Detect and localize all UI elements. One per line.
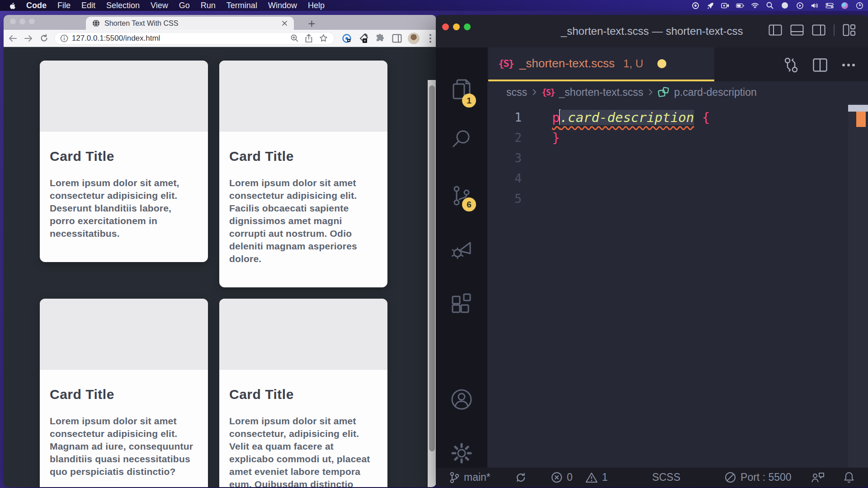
- back-icon[interactable]: [6, 32, 19, 45]
- minimize-window-button[interactable]: [453, 23, 460, 30]
- screen-record-icon[interactable]: [721, 1, 729, 9]
- page-scrollbar-thumb[interactable]: [429, 85, 435, 451]
- browser-tab-strip: Shorten Text With CSS: [4, 15, 436, 30]
- menu-help[interactable]: Help: [302, 1, 330, 10]
- line-number: 2: [487, 131, 522, 145]
- url-text[interactable]: 127.0.0.1:5500/index.html: [72, 34, 285, 43]
- site-info-icon[interactable]: [60, 34, 68, 42]
- sidebar-item-run-debug[interactable]: [436, 227, 487, 271]
- git-branch-icon: [449, 472, 459, 483]
- bookmark-star-icon[interactable]: [318, 33, 329, 44]
- rocket-icon[interactable]: [706, 1, 714, 9]
- close-window-button[interactable]: [10, 19, 16, 24]
- minimize-window-button[interactable]: [19, 19, 25, 24]
- card-1-image-placeholder: [40, 61, 208, 131]
- open-changes-icon[interactable]: [784, 57, 798, 73]
- extensions-puzzle-icon[interactable]: [374, 33, 386, 44]
- feedback-icon[interactable]: [811, 472, 825, 483]
- chrome-menu-icon[interactable]: [425, 33, 436, 44]
- side-panel-icon[interactable]: [391, 33, 403, 44]
- tab-filename: _shorten-text.scss: [519, 56, 615, 70]
- focus-mode-icon[interactable]: [781, 1, 789, 9]
- account-icon[interactable]: [436, 378, 487, 421]
- profile-avatar[interactable]: [408, 33, 420, 44]
- menu-view[interactable]: View: [145, 1, 174, 10]
- apple-logo-icon[interactable]: [9, 1, 16, 9]
- menu-run[interactable]: Run: [195, 1, 221, 10]
- toggle-primary-sidebar-icon[interactable]: [769, 24, 782, 36]
- battery-icon[interactable]: [736, 1, 744, 9]
- warnings-count[interactable]: 1: [602, 471, 608, 483]
- breadcrumb-folder[interactable]: scss: [506, 86, 527, 99]
- code-line-3[interactable]: 3: [487, 148, 868, 168]
- tab-close-icon[interactable]: [282, 20, 288, 26]
- color-picker-icon[interactable]: [358, 33, 369, 44]
- share-icon[interactable]: [303, 33, 314, 44]
- address-bar[interactable]: 127.0.0.1:5500/index.html: [54, 32, 335, 45]
- code-line-5[interactable]: 5: [487, 188, 868, 209]
- wifi-icon[interactable]: [751, 1, 759, 9]
- sidebar-item-extensions[interactable]: [436, 282, 487, 325]
- vscode-window-controls[interactable]: [442, 23, 471, 30]
- reload-icon[interactable]: [38, 32, 51, 45]
- editor-tab-active[interactable]: {S} _shorten-text.scss 1, U: [488, 47, 714, 81]
- close-window-button[interactable]: [442, 23, 449, 30]
- editor-scrollbar-slider[interactable]: [848, 105, 868, 112]
- forward-icon[interactable]: [22, 32, 35, 45]
- split-editor-icon[interactable]: [813, 58, 827, 72]
- clock-icon[interactable]: [855, 1, 863, 9]
- card-2-description: Lorem ipsum dolor sit amet consectetur a…: [229, 177, 373, 265]
- notifications-bell-icon[interactable]: [844, 471, 854, 483]
- symbol-class-icon: [658, 87, 670, 98]
- play-circle-icon[interactable]: [796, 1, 804, 9]
- breadcrumb-file[interactable]: _shorten-text.scss: [559, 86, 643, 99]
- warnings-icon[interactable]: [585, 472, 598, 483]
- card-3-description: Lorem ipsum dolor sit amet consectetur a…: [50, 415, 193, 478]
- live-server-port[interactable]: Port : 5500: [741, 471, 792, 483]
- code-line-2[interactable]: 2 }: [487, 127, 868, 148]
- zoom-window-button[interactable]: [464, 23, 471, 30]
- browser-window-controls[interactable]: [10, 19, 35, 24]
- more-actions-icon[interactable]: [842, 63, 855, 67]
- editor-overview-ruler[interactable]: [848, 103, 868, 468]
- record-icon[interactable]: [691, 1, 699, 9]
- errors-icon[interactable]: [551, 472, 562, 483]
- breadcrumb-symbol[interactable]: p.card-description: [674, 86, 757, 99]
- card-1-description: Lorem ipsum dolor sit amet, consectetur …: [50, 177, 193, 240]
- sidebar-item-source-control[interactable]: 6: [436, 174, 487, 217]
- spotlight-search-icon[interactable]: [766, 1, 774, 9]
- code-editor[interactable]: 1 p.card-description { 2 } 3 4 5: [487, 103, 868, 468]
- page-scrollbar[interactable]: [428, 80, 436, 487]
- toggle-panel-icon[interactable]: [790, 24, 804, 36]
- password-manager-icon[interactable]: [341, 33, 353, 44]
- control-center-icon[interactable]: [826, 1, 834, 9]
- menu-window[interactable]: Window: [263, 1, 302, 10]
- browser-tab[interactable]: Shorten Text With CSS: [86, 17, 294, 30]
- code-line-1[interactable]: 1 p.card-description {: [487, 107, 868, 127]
- toggle-secondary-sidebar-icon[interactable]: [812, 24, 826, 36]
- selector-class-token: .card-description: [560, 110, 694, 125]
- language-mode[interactable]: SCSS: [652, 471, 680, 483]
- zoom-page-icon[interactable]: [289, 33, 300, 44]
- branch-name[interactable]: main*: [464, 471, 491, 483]
- menu-edit[interactable]: Edit: [76, 1, 101, 10]
- sidebar-item-explorer[interactable]: 1: [436, 68, 487, 112]
- menu-app-name[interactable]: Code: [21, 1, 52, 10]
- menu-terminal[interactable]: Terminal: [221, 1, 263, 10]
- menu-selection[interactable]: Selection: [101, 1, 145, 10]
- menu-go[interactable]: Go: [174, 1, 195, 10]
- sync-icon[interactable]: [515, 472, 527, 483]
- menu-file[interactable]: File: [52, 1, 76, 10]
- errors-count[interactable]: 0: [567, 471, 573, 483]
- tab-problems-git-decoration: 1, U: [623, 57, 643, 70]
- new-tab-button[interactable]: [306, 18, 317, 29]
- unsaved-changes-dot-icon[interactable]: [657, 59, 666, 68]
- card-4-image-placeholder: [219, 299, 387, 370]
- volume-icon[interactable]: [811, 1, 819, 9]
- siri-icon[interactable]: [840, 1, 849, 9]
- code-line-4[interactable]: 4: [487, 168, 868, 188]
- customize-layout-icon[interactable]: [843, 24, 855, 36]
- sidebar-item-search[interactable]: [436, 117, 487, 160]
- circle-slash-icon: [725, 472, 736, 483]
- zoom-window-button[interactable]: [29, 19, 35, 24]
